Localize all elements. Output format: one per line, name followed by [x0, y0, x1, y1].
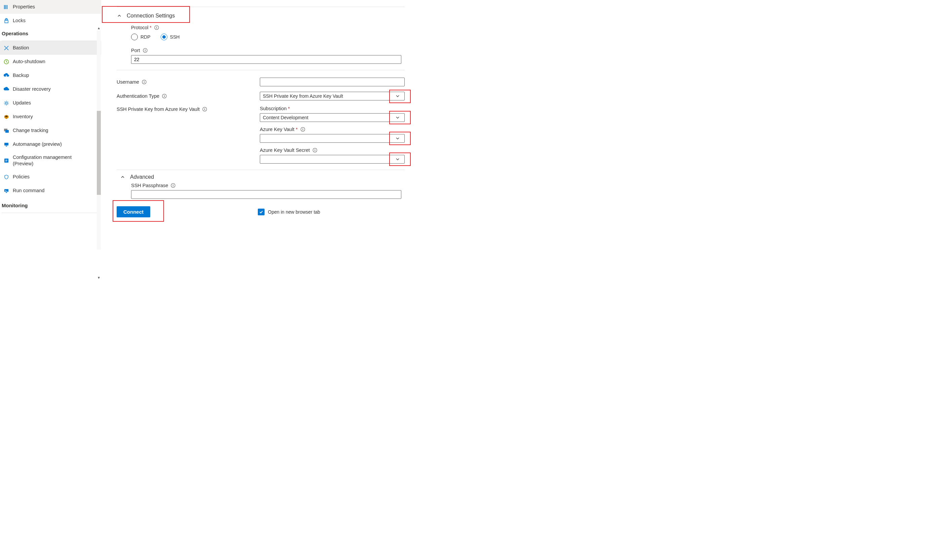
sidebar-item-run-command[interactable]: Run command — [0, 184, 101, 197]
required-asterisk: * — [288, 106, 290, 111]
sidebar-item-label: Inventory — [13, 114, 33, 120]
info-icon[interactable] — [301, 127, 305, 132]
sidebar-item-bastion[interactable]: Bastion — [0, 41, 101, 55]
sidebar-item-label: Auto-shutdown — [13, 58, 46, 65]
cloud-dr-icon — [3, 87, 9, 93]
svg-rect-4 — [5, 143, 8, 146]
radio-circle — [131, 33, 138, 40]
highlight-box-connection-settings — [102, 6, 190, 23]
select-value: SSH Private Key from Azure Key Vault — [263, 93, 343, 99]
protocol-radio-group: RDP SSH — [131, 33, 405, 40]
info-icon[interactable] — [171, 183, 175, 188]
radio-label: SSH — [170, 34, 180, 39]
svg-rect-17 — [144, 82, 144, 83]
info-icon[interactable] — [154, 25, 159, 30]
svg-rect-11 — [156, 27, 157, 29]
svg-rect-32 — [173, 185, 173, 187]
svg-point-28 — [315, 149, 315, 149]
sidebar-item-disaster-recovery[interactable]: Disaster recovery — [0, 82, 101, 96]
svg-point-1 — [5, 102, 8, 104]
divider — [117, 70, 405, 70]
sidebar-item-label: Run command — [13, 187, 44, 194]
ssh-passphrase-label: SSH Passphrase — [131, 183, 405, 188]
azure-kv-secret-label: Azure Key Vault Secret — [260, 147, 405, 153]
sidebar-item-label: Change tracking — [13, 127, 49, 134]
sidebar-item-properties[interactable]: Properties — [0, 0, 101, 14]
subscription-label: Subscription * — [260, 106, 405, 111]
main-content: Connection Settings Protocol * RDP — [102, 0, 464, 280]
radio-ssh[interactable]: SSH — [161, 33, 180, 40]
properties-icon — [3, 4, 9, 10]
chevron-up-icon — [120, 175, 125, 180]
sidebar-item-configuration-management[interactable]: Configuration management (Preview) — [0, 151, 101, 170]
sidebar-item-label: Policies — [13, 174, 30, 180]
azure-kv-select[interactable] — [260, 134, 405, 143]
svg-rect-8 — [6, 192, 7, 193]
radio-circle-checked — [161, 33, 167, 40]
sidebar-item-inventory[interactable]: Inventory — [0, 110, 101, 124]
sidebar-item-label: Configuration management (Preview) — [13, 154, 87, 167]
chevron-down-icon — [391, 157, 404, 161]
sidebar-item-label: Locks — [13, 17, 26, 24]
info-icon[interactable] — [142, 80, 147, 84]
section-header-operations: Operations — [0, 26, 101, 39]
sidebar-item-updates[interactable]: Updates — [0, 96, 101, 110]
svg-rect-14 — [145, 50, 145, 52]
auth-type-select[interactable]: SSH Private Key from Azure Key Vault — [260, 92, 405, 100]
svg-rect-23 — [204, 109, 205, 110]
ssh-kv-label: SSH Private Key from Azure Key Vault — [117, 106, 260, 112]
sidebar-item-label: Properties — [13, 4, 35, 10]
gear-icon — [3, 100, 9, 106]
svg-rect-3 — [5, 130, 9, 133]
radio-rdp[interactable]: RDP — [131, 33, 150, 40]
sidebar-item-policies[interactable]: Policies — [0, 170, 101, 184]
open-new-tab-label: Open in new browser tab — [268, 209, 320, 215]
subscription-select[interactable]: Content Development — [260, 113, 405, 122]
chevron-down-icon — [391, 137, 404, 140]
azure-kv-secret-select[interactable] — [260, 155, 405, 164]
svg-rect-29 — [315, 150, 315, 151]
svg-point-13 — [145, 49, 146, 50]
cloud-up-icon — [3, 73, 9, 79]
scrollbar-thumb[interactable] — [97, 111, 101, 195]
info-icon[interactable] — [162, 94, 167, 99]
config-icon — [3, 158, 9, 164]
username-label: Username — [117, 79, 260, 85]
protocol-label: Protocol * — [131, 25, 405, 30]
section-header-monitoring: Monitoring — [0, 197, 101, 212]
svg-point-25 — [302, 128, 303, 129]
svg-point-10 — [156, 26, 157, 27]
sidebar-item-backup[interactable]: Backup — [0, 68, 101, 82]
sidebar-item-change-tracking[interactable]: Change tracking — [0, 124, 101, 137]
auth-type-label: Authentication Type — [117, 93, 260, 99]
port-label: Port — [131, 48, 405, 53]
scroll-up-icon[interactable]: ▲ — [97, 26, 101, 30]
change-icon — [3, 127, 9, 134]
divider — [2, 212, 99, 213]
info-icon[interactable] — [313, 148, 317, 153]
chevron-down-icon — [391, 115, 404, 120]
expander-advanced[interactable]: Advanced — [117, 170, 405, 183]
scrollbar[interactable] — [97, 30, 101, 250]
ssh-passphrase-input[interactable] — [131, 190, 401, 199]
sidebar-item-label: Backup — [13, 72, 29, 79]
info-icon[interactable] — [202, 107, 207, 112]
svg-rect-5 — [6, 146, 7, 146]
svg-rect-26 — [302, 129, 303, 131]
chevron-down-icon — [391, 94, 404, 98]
info-icon[interactable] — [143, 48, 147, 53]
sidebar-item-auto-shutdown[interactable]: Auto-shutdown — [0, 55, 101, 68]
open-new-tab-checkbox[interactable] — [258, 209, 264, 216]
sidebar: Properties Locks Operations Bastion — [0, 0, 102, 280]
sidebar-item-label: Disaster recovery — [13, 86, 51, 93]
scroll-down-icon[interactable]: ▼ — [97, 276, 101, 280]
highlight-box-connect — [112, 200, 164, 222]
username-input[interactable] — [260, 77, 405, 87]
required-asterisk: * — [150, 25, 151, 30]
lock-icon — [3, 18, 9, 24]
svg-point-31 — [173, 184, 174, 185]
required-asterisk: * — [296, 127, 298, 132]
automanage-icon — [3, 141, 9, 147]
port-input[interactable] — [131, 55, 401, 64]
sidebar-item-automanage[interactable]: Automanage (preview) — [0, 137, 101, 151]
